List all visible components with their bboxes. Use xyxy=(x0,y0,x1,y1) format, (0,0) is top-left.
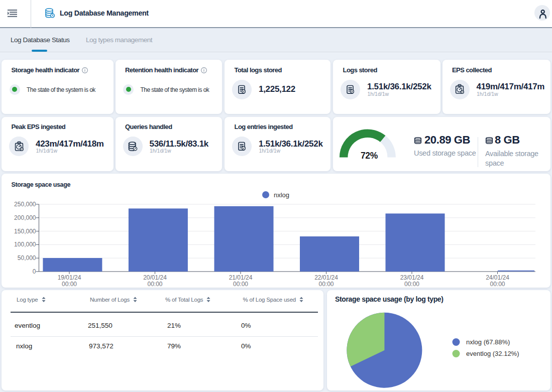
svg-text:nxlog (67.88%): nxlog (67.88%) xyxy=(466,338,510,346)
svg-text:23/01/24: 23/01/24 xyxy=(400,274,424,281)
svg-text:00:00: 00:00 xyxy=(62,281,77,288)
svg-text:150,000: 150,000 xyxy=(14,228,36,235)
svg-text:20/01/24: 20/01/24 xyxy=(143,274,167,281)
svg-text:250,000: 250,000 xyxy=(14,201,36,208)
svg-text:0: 0 xyxy=(33,268,36,275)
svg-text:200,000: 200,000 xyxy=(14,214,36,221)
svg-text:00:00: 00:00 xyxy=(233,281,248,288)
svg-text:00:00: 00:00 xyxy=(318,281,334,288)
svg-text:00:00: 00:00 xyxy=(404,281,419,288)
svg-text:21/01/24: 21/01/24 xyxy=(229,274,253,281)
svg-text:22/01/24: 22/01/24 xyxy=(314,274,338,281)
svg-text:eventlog (32.12%): eventlog (32.12%) xyxy=(466,350,519,357)
svg-text:00:00: 00:00 xyxy=(490,281,505,288)
svg-text:100,000: 100,000 xyxy=(14,241,36,248)
svg-text:50,000: 50,000 xyxy=(18,254,36,262)
svg-text:00:00: 00:00 xyxy=(147,281,162,288)
svg-text:nxlog: nxlog xyxy=(274,191,289,199)
svg-text:19/01/24: 19/01/24 xyxy=(58,274,81,281)
svg-text:24/01/24: 24/01/24 xyxy=(486,274,509,281)
svg-text:72%: 72% xyxy=(361,150,378,160)
